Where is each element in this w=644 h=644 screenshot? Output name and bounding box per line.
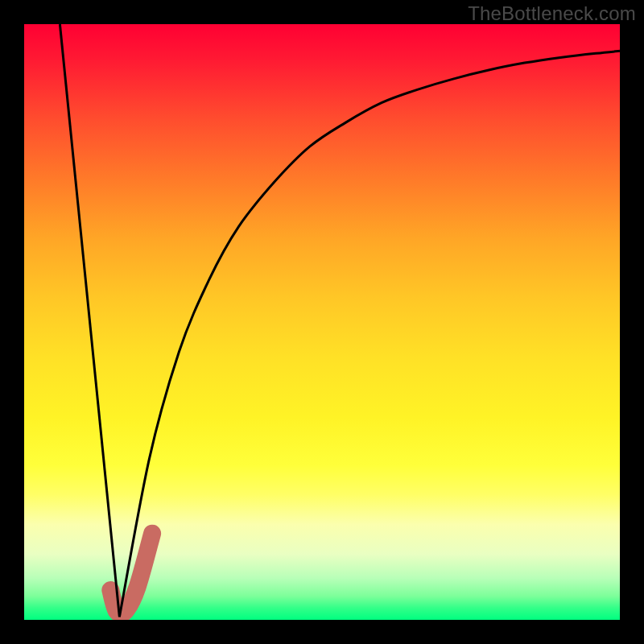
- chart-lines-svg: [24, 24, 620, 620]
- left-branch-line: [60, 24, 119, 617]
- right-branch-curve: [119, 51, 620, 617]
- plot-area: [24, 24, 620, 620]
- watermark-text: TheBottleneck.com: [468, 2, 636, 25]
- chart-frame: TheBottleneck.com: [0, 0, 644, 644]
